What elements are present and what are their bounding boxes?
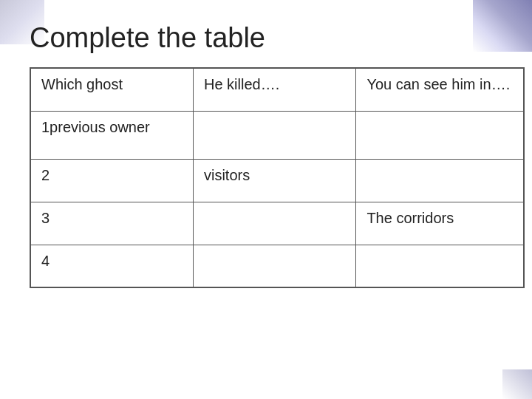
row1-col2: [193, 111, 355, 159]
row4-col2: [193, 245, 355, 287]
row2-col1: 2: [30, 159, 193, 202]
header-col2: He killed….: [193, 68, 355, 111]
main-content: Complete the table Which ghost He killed…: [30, 22, 517, 384]
row1-col1: 1previous owner: [30, 111, 193, 159]
row3-col1: 3: [30, 202, 193, 245]
header-col1: Which ghost: [30, 68, 193, 111]
table-row: 4: [30, 245, 524, 287]
main-table: Which ghost He killed…. You can see him …: [30, 67, 525, 288]
table-row: 1previous owner: [30, 111, 524, 159]
table-container: Which ghost He killed…. You can see him …: [30, 67, 525, 288]
table-row: 2 visitors: [30, 159, 524, 202]
table-row: 3 The corridors: [30, 202, 524, 245]
row3-col2: [193, 202, 355, 245]
page-title: Complete the table: [30, 22, 517, 54]
row2-col2: visitors: [193, 159, 355, 202]
table-header-row: Which ghost He killed…. You can see him …: [30, 68, 524, 111]
header-col3: You can see him in….: [356, 68, 524, 111]
row1-col3: [356, 111, 524, 159]
row4-col1: 4: [30, 245, 193, 287]
row4-col3: [356, 245, 524, 287]
row3-col3: The corridors: [356, 202, 524, 245]
row2-col3: [356, 159, 524, 202]
